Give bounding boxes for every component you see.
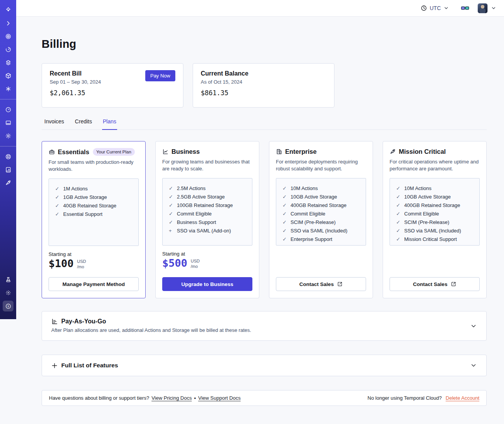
settings-gear-icon[interactable]: [3, 131, 13, 141]
feedback-glasses-icon[interactable]: [460, 3, 470, 13]
billing-card-icon[interactable]: [3, 118, 13, 128]
feature-text: SCIM (Pre-Release): [291, 220, 336, 225]
plan-feature-list: ✓1M Actions✓1GB Active Storage✓40GB Reta…: [49, 178, 139, 246]
timezone-selector[interactable]: UTC: [421, 5, 449, 11]
feature-text: 1GB Active Storage: [63, 195, 107, 200]
feature-text: SSO via SAML (Add-on): [177, 228, 231, 234]
view-pricing-docs-link[interactable]: View Pricing Docs: [151, 395, 192, 401]
feature-text: 10M Actions: [404, 186, 432, 191]
plan-feature-list: ✓2.5M Actions✓2.5GB Active Storage✓100GB…: [162, 178, 252, 246]
getting-started-rocket-icon[interactable]: [3, 178, 13, 188]
plan-action-button[interactable]: Contact Sales: [390, 277, 480, 291]
billing-summary: Recent Bill Sep 01 – Sep 30, 2024 $2,061…: [42, 63, 487, 108]
check-icon: ✓: [169, 211, 173, 217]
feature-item: ✓40GB Retained Storage: [55, 203, 135, 209]
plan-action-label: Upgrade to Business: [181, 281, 233, 287]
footer-bar: Have questions about billing or support …: [42, 390, 487, 406]
plan-card-business: Business For growing teams and businesse…: [155, 141, 259, 298]
schedules-icon[interactable]: [3, 44, 13, 54]
billing-tabs: InvoicesCreditsPlans: [42, 118, 487, 130]
tab-invoices[interactable]: Invoices: [44, 118, 65, 130]
topbar: UTC: [16, 0, 504, 17]
plans-grid: Essentials Your Current Plan For small t…: [42, 141, 487, 298]
current-plan-badge: Your Current Plan: [93, 148, 135, 156]
check-icon: ✓: [396, 203, 401, 208]
building-icon: [276, 148, 282, 155]
plan-action-button[interactable]: Manage Payment Method: [49, 277, 139, 291]
feature-item: ✓Commit Eligible: [396, 211, 476, 217]
feature-text: 1M Actions: [63, 186, 88, 192]
feature-item: ✓400GB Retained Storage: [396, 203, 476, 208]
tab-plans[interactable]: Plans: [102, 118, 117, 130]
pay-as-you-go-panel[interactable]: Pay-As-You-Go After Plan allocations are…: [42, 311, 487, 341]
plan-price: Starting at $500 USD /mo: [162, 251, 252, 269]
feature-text: Commit Eligible: [404, 211, 439, 217]
namespaces-icon[interactable]: [3, 31, 13, 41]
asterisk-icon[interactable]: [3, 84, 13, 94]
svg-text:$: $: [7, 305, 9, 308]
current-balance-asof: As of Oct 15, 2024: [201, 79, 326, 85]
price-amount: $500: [162, 258, 187, 269]
feature-text: Commit Eligible: [177, 211, 212, 217]
feature-text: 10GB Active Storage: [404, 194, 451, 200]
plan-name: Mission Critical: [399, 148, 446, 155]
feature-text: 40GB Retained Storage: [63, 203, 116, 209]
feature-item: ✓10GB Active Storage: [396, 194, 476, 200]
plan-action-button[interactable]: Contact Sales: [276, 277, 366, 291]
check-icon: ✓: [55, 195, 60, 200]
check-icon: ✓: [282, 237, 287, 242]
check-icon: ✓: [169, 186, 173, 191]
pay-now-button[interactable]: Pay Now: [145, 70, 175, 81]
temporal-logo-icon[interactable]: [3, 5, 13, 15]
plan-feature-list: ✓10M Actions✓10GB Active Storage✓400GB R…: [390, 178, 480, 246]
current-balance-title: Current Balance: [201, 70, 326, 77]
feature-text: 400GB Retained Storage: [291, 203, 346, 208]
plan-action-button[interactable]: Upgrade to Business: [162, 277, 252, 291]
plan-action-label: Contact Sales: [299, 281, 334, 287]
theme-sun-icon[interactable]: [3, 288, 13, 298]
price-currency: USD: [191, 259, 200, 264]
plan-action-label: Manage Payment Method: [62, 281, 125, 287]
check-icon: ✓: [396, 194, 401, 200]
delete-account-link[interactable]: Delete Account: [446, 395, 479, 401]
current-balance-card: Current Balance As of Oct 15, 2024 $861.…: [193, 63, 334, 108]
full-features-panel[interactable]: Full List of Features: [42, 355, 487, 376]
plan-card-mission-critical: Mission Critical For critical operations…: [383, 141, 487, 298]
feature-item: ✓1M Actions: [55, 186, 135, 192]
chevron-down-icon[interactable]: [470, 323, 477, 330]
chevron-right-icon[interactable]: [3, 18, 13, 28]
feature-text: 400GB Retained Storage: [404, 203, 460, 208]
sidebar-divider: [0, 146, 16, 146]
tab-credits[interactable]: Credits: [74, 118, 92, 130]
cube-icon[interactable]: [3, 71, 13, 81]
price-per: /mo: [191, 264, 200, 269]
footer-right-question: No longer using Temporal Cloud?: [368, 395, 442, 401]
billing-coin-icon[interactable]: $: [3, 301, 13, 311]
plan-action-label: Contact Sales: [413, 281, 447, 287]
feature-text: Business Support: [177, 220, 216, 225]
labs-flask-icon[interactable]: [3, 274, 13, 284]
view-support-docs-link[interactable]: View Support Docs: [198, 395, 240, 401]
support-lifebuoy-icon[interactable]: [3, 151, 13, 162]
feature-item: +SSO via SAML (Add-on): [169, 228, 249, 234]
plan-feature-list: ✓10M Actions✓10GB Active Storage✓400GB R…: [276, 178, 366, 246]
usage-gauge-icon[interactable]: [3, 104, 13, 114]
feature-item: ✓10M Actions: [396, 186, 476, 191]
check-icon: ✓: [169, 203, 173, 208]
feature-item: ✓Essential Support: [55, 212, 135, 217]
plan-description: For critical operations where uptime and…: [390, 158, 480, 173]
clock-icon: [421, 5, 427, 11]
feature-item: ✓SSO via SAML (Included): [282, 228, 363, 234]
feature-item: ✓10GB Active Storage: [282, 194, 363, 200]
price-prefix: Starting at: [162, 251, 252, 257]
check-icon: ✓: [282, 194, 287, 200]
chevron-down-icon[interactable]: [470, 362, 477, 369]
feature-item: ✓Commit Eligible: [169, 211, 249, 217]
feature-text: 2.5GB Active Storage: [177, 194, 225, 200]
layers-icon[interactable]: [3, 57, 13, 67]
pay-as-you-go-description: After Plan allocations are used, additio…: [51, 327, 477, 333]
rates-chart-icon: [51, 318, 58, 325]
account-menu[interactable]: [477, 3, 496, 13]
feature-text: Enterprise Support: [291, 237, 332, 242]
docs-book-icon[interactable]: [3, 165, 13, 175]
